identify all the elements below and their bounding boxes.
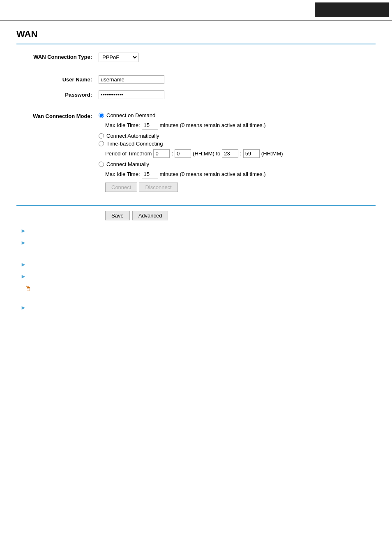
user-name-row: User Name: (16, 74, 376, 86)
connect-auto-label: Connect Automatically (106, 133, 159, 139)
bullet-item-2: ► (21, 239, 376, 246)
bullet-item-5: ► (21, 304, 376, 311)
max-idle-label-2: Max Idle Time: (105, 171, 140, 177)
max-idle-input-2[interactable] (142, 170, 158, 178)
wan-connection-mode-label: Wan Connection Mode: (16, 112, 99, 119)
period-label: Period of Time:from (105, 150, 152, 157)
bullet-arrow-2: ► (21, 239, 26, 246)
advanced-button[interactable]: Advanced (132, 211, 168, 220)
radio-time-based-row: Time-based Connecting (99, 141, 163, 147)
radio-connect-manually-row: Connect Manually (99, 161, 149, 167)
wan-connection-type-label: WAN Connection Type: (16, 53, 99, 60)
hhmm-label-1: (HH:MM) to (193, 150, 220, 157)
wan-connection-mode-field: Connect on Demand Max Idle Time: minutes… (99, 112, 283, 194)
bullet-arrow-4: ► (21, 273, 26, 280)
time-from-hh-input[interactable] (153, 149, 170, 158)
disconnect-button[interactable]: Disconnect (139, 183, 178, 192)
user-name-label: User Name: (16, 75, 99, 83)
bottom-buttons-row: Save Advanced (16, 206, 376, 220)
bullet-arrow-3: ► (21, 261, 26, 268)
radio-connect-on-demand-row: Connect on Demand (99, 112, 155, 118)
password-row: Password: (16, 89, 376, 101)
bullet-section: ► ► ► ► 🖱 ► (16, 227, 376, 311)
form-container: WAN Connection Type: PPPoE Dynamic IP St… (16, 44, 376, 206)
password-input[interactable] (99, 90, 164, 99)
time-from-mm-input[interactable] (175, 149, 191, 158)
max-idle-time-row-1: Max Idle Time: minutes (0 means remain a… (99, 121, 265, 130)
password-label: Password: (16, 90, 99, 98)
page-title: WAN (16, 29, 376, 39)
hhmm-label-2: (HH:MM) (261, 150, 283, 157)
connect-manually-label: Connect Manually (106, 161, 149, 167)
colon-2: : (240, 150, 242, 157)
time-based-label: Time-based Connecting (106, 141, 163, 147)
radio-connect-auto-row: Connect Automatically (99, 133, 159, 139)
wan-connection-type-select[interactable]: PPPoE Dynamic IP Static IP L2TP PPTP (99, 53, 138, 62)
bullet-item-4: ► (21, 273, 376, 280)
wan-connection-mode-row: Wan Connection Mode: Connect on Demand M… (16, 111, 376, 195)
time-to-mm-input[interactable] (243, 149, 260, 158)
wan-connection-type-field: PPPoE Dynamic IP Static IP L2TP PPTP (99, 53, 138, 62)
connect-on-demand-label: Connect on Demand (106, 112, 155, 118)
user-name-input[interactable] (99, 75, 164, 84)
top-bar (0, 0, 392, 21)
user-name-field (99, 75, 164, 84)
radio-connect-automatically[interactable] (99, 133, 104, 139)
radio-connect-manually[interactable] (99, 162, 104, 167)
bullet-item-1: ► (21, 227, 376, 234)
note-row: 🖱 (21, 284, 376, 293)
radio-time-based[interactable] (99, 141, 104, 146)
bullet-arrow-1: ► (21, 227, 26, 234)
time-to-hh-input[interactable] (222, 149, 238, 158)
bullet-arrow-5: ► (21, 304, 26, 311)
wan-connection-type-row: WAN Connection Type: PPPoE Dynamic IP St… (16, 51, 376, 64)
password-field (99, 90, 164, 99)
colon-1: : (171, 150, 173, 157)
note-icon: 🖱 (25, 284, 32, 293)
bullet-item-3: ► (21, 261, 376, 268)
max-idle-input-1[interactable] (142, 121, 158, 130)
max-idle-label-1: Max Idle Time: (105, 122, 140, 128)
top-bar-right-block (315, 2, 389, 17)
max-idle-suffix-1: minutes (0 means remain active at all ti… (160, 122, 266, 128)
save-button[interactable]: Save (105, 211, 130, 220)
connect-button[interactable]: Connect (105, 183, 137, 192)
max-idle-suffix-2: minutes (0 means remain active at all ti… (160, 171, 266, 177)
max-idle-time-row-2: Max Idle Time: minutes (0 means remain a… (99, 170, 265, 178)
period-time-row: Period of Time:from : (HH:MM) to : (HH:M… (99, 149, 283, 158)
connect-disconnect-row: Connect Disconnect (99, 183, 178, 192)
radio-connect-on-demand[interactable] (99, 113, 104, 118)
